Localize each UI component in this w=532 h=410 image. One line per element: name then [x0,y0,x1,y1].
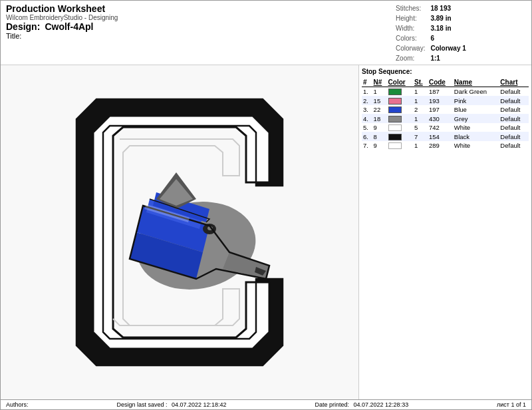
stitches-value: 18 193 [428,3,468,13]
table-row: 2.151193PinkDefault [362,96,529,104]
seq-num: 6. [362,132,372,140]
seq-color-swatch [387,114,413,122]
embroidery-area [1,65,358,399]
seq-num: 1. [362,87,372,97]
table-row: 7.91289WhiteDefault [362,141,529,150]
col-n: N# [372,78,387,87]
seq-num: 7. [362,141,372,150]
software-label: Wilcom EmbroideryStudio - Designing [6,14,118,21]
col-num: # [362,78,372,87]
seq-n: 8 [372,132,387,140]
seq-name: Pink [453,96,499,104]
authors: Authors: [6,401,29,408]
seq-st: 2 [413,105,428,114]
seq-code: 197 [428,105,453,114]
seq-name: White [453,123,499,132]
table-row: 6.87154BlackDefault [362,132,529,140]
seq-chart: Default [499,141,529,150]
seq-st: 1 [413,141,428,150]
col-color: Color [387,78,413,87]
table-row: 5.95742WhiteDefault [362,123,529,132]
seq-chart: Default [499,114,529,122]
seq-color-swatch [387,87,413,97]
width-value: 3.18 in [428,23,468,33]
right-panel: Stop Sequence: # N# Color St. Code Name … [358,65,531,399]
col-code: Code [428,78,453,87]
seq-num: 4. [362,114,372,122]
seq-code: 187 [428,87,453,97]
saved-info: Design last saved : 04.07.2022 12:18:42 [116,401,226,408]
seq-st: 7 [413,132,428,140]
seq-code: 154 [428,132,453,140]
embroidery-image [57,79,303,385]
seq-chart: Default [499,105,529,114]
seq-st: 1 [413,114,428,122]
colors-value: 6 [428,33,468,43]
table-row: 3.222197BlueDefault [362,105,529,114]
seq-code: 289 [428,141,453,150]
stitches-label: Stitches: [393,3,428,13]
seq-n: 9 [372,141,387,150]
seq-chart: Default [499,96,529,104]
header-left: Production Worksheet Wilcom EmbroiderySt… [6,3,118,40]
colorway-value: Colorway 1 [428,43,468,53]
seq-st: 1 [413,87,428,97]
seq-chart: Default [499,87,529,97]
seq-st: 5 [413,123,428,132]
seq-color-swatch [387,123,413,132]
seq-n: 22 [372,105,387,114]
stop-sequence-title: Stop Sequence: [362,68,529,75]
title-row: Title: [6,32,118,40]
seq-name: White [453,141,499,150]
page-number: лист 1 of 1 [497,401,526,408]
seq-num: 2. [362,96,372,104]
seq-code: 430 [428,114,453,122]
table-row: 1.11187Dark GreenDefault [362,87,529,97]
page-title: Production Worksheet [6,3,118,14]
main-content: Stop Sequence: # N# Color St. Code Name … [1,65,531,399]
zoom-label: Zoom: [393,53,428,63]
height-value: 3.89 in [428,13,468,23]
seq-color-swatch [387,132,413,140]
seq-num: 5. [362,123,372,132]
seq-code: 742 [428,123,453,132]
width-label: Width: [393,23,428,33]
design-row: Design: Cwolf-4Apl [6,21,118,32]
header: Production Worksheet Wilcom EmbroiderySt… [1,1,531,65]
col-chart: Chart [499,78,529,87]
seq-n: 9 [372,123,387,132]
stop-sequence-table: # N# Color St. Code Name Chart 1.11187Da… [362,78,529,150]
colorway-label: Colorway: [393,43,428,53]
height-label: Height: [393,13,428,23]
seq-color-swatch [387,105,413,114]
seq-num: 3. [362,105,372,114]
seq-name: Grey [453,114,499,122]
seq-chart: Default [499,132,529,140]
seq-name: Blue [453,105,499,114]
seq-n: 15 [372,96,387,104]
seq-code: 193 [428,96,453,104]
footer: Authors: Design last saved : 04.07.2022 … [1,399,531,409]
design-name: Cwolf-4Apl [45,21,93,32]
seq-name: Dark Green [453,87,499,97]
printed-info: Date printed: 04.07.2022 12:28:33 [315,401,409,408]
design-label: Design: [6,21,40,32]
title-label: Title: [6,32,21,40]
seq-chart: Default [499,123,529,132]
seq-color-swatch [387,141,413,150]
seq-name: Black [453,132,499,140]
production-worksheet: Production Worksheet Wilcom EmbroiderySt… [0,0,532,410]
seq-n: 18 [372,114,387,122]
col-st: St. [413,78,428,87]
seq-st: 1 [413,96,428,104]
table-row: 4.181430GreyDefault [362,114,529,122]
colors-label: Colors: [393,33,428,43]
seq-n: 1 [372,87,387,97]
zoom-value: 1:1 [428,53,468,63]
seq-color-swatch [387,96,413,104]
header-stats: Stitches: 18 193 Height: 3.89 in Width: … [393,3,526,63]
col-name: Name [453,78,499,87]
